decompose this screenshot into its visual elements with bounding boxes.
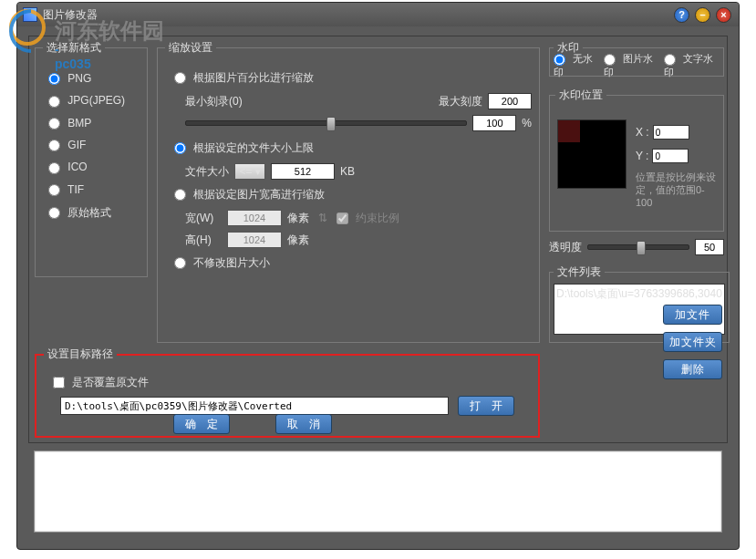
ok-button[interactable]: 确 定 [173,414,230,434]
format-opt-jpg(jpeg)[interactable]: JPG(JPEG) [48,94,134,107]
filelist-item[interactable]: D:\tools\桌面\u=3763399686,3040 [556,287,722,300]
delete-button[interactable]: 删除 [663,359,722,379]
wmpos-preview[interactable] [557,119,627,189]
format-opt-gif[interactable]: GIF [48,139,134,151]
width-unit: 像素 [287,211,309,226]
overwrite-checkbox[interactable]: 是否覆盖原文件 [53,376,149,388]
filesize-unit: KB [340,165,355,178]
format-legend: 选择新格式 [43,40,105,56]
filesize-input[interactable] [271,163,335,180]
width-input[interactable] [227,210,282,226]
filelist-legend: 文件列表 [554,264,605,280]
open-button[interactable]: 打 开 [458,396,514,416]
watermark-position-fieldset: 水印位置 X : Y : 位置是按比例来设定，值的范围0-100 [549,88,724,232]
target-path-fieldset: 设置目标路径 是否覆盖原文件 打 开 确 定 取 消 [35,347,540,438]
scale-opt-percent[interactable]: 根据图片百分比进行缩放 [174,71,314,84]
max-scale-input[interactable] [488,93,532,109]
height-label: 高(H) [185,233,222,248]
min-scale-label: 最小刻录(0) [185,94,243,109]
width-label: 宽(W) [185,211,222,226]
scale-opt-wh[interactable]: 根据设定图片宽高进行缩放 [174,188,325,201]
percent-slider[interactable] [185,120,467,126]
minimize-button[interactable]: – [695,7,710,23]
max-scale-label: 最大刻度 [439,94,482,109]
target-legend: 设置目标路径 [44,347,117,362]
wmpos-x-input[interactable] [653,125,689,140]
constrain-checkbox[interactable]: 约束比例 [337,211,399,226]
format-opt-ico[interactable]: ICO [48,160,134,173]
cancel-button[interactable]: 取 消 [275,414,332,434]
height-input[interactable] [227,232,282,248]
wm-opt-2[interactable]: 文字水印 [664,52,720,79]
percent-value-input[interactable] [472,115,516,131]
percent-suffix: % [522,117,532,129]
scale-opt-filesize[interactable]: 根据设定的文件大小上限 [174,141,314,154]
format-opt-bmp[interactable]: BMP [48,117,134,129]
add-file-button[interactable]: 加文件 [663,305,722,325]
operator-select[interactable]: <= ▾ [234,163,265,180]
wmpos-y-input[interactable] [652,149,689,163]
scale-legend: 缩放设置 [165,40,216,56]
app-icon [23,7,37,22]
titlebar[interactable]: 图片修改器 ? – × [17,3,739,26]
opacity-input[interactable] [695,239,724,255]
add-folder-button[interactable]: 加文件夹 [663,332,722,352]
format-opt-tif[interactable]: TIF [48,183,134,196]
window-title: 图片修改器 [43,7,674,23]
help-button[interactable]: ? [674,7,689,23]
app-window: 图片修改器 ? – × 选择新格式 PNG JPG(JPEG) BMP GIF … [16,2,740,550]
wmpos-legend: 水印位置 [555,88,606,103]
scale-opt-none[interactable]: 不修改图片大小 [174,256,270,269]
target-path-input[interactable] [60,397,449,415]
height-unit: 像素 [287,233,309,248]
close-button[interactable]: × [716,7,731,23]
watermark-fieldset: 水印 无水印 图片水印 文字水印 [549,40,724,77]
scale-fieldset: 缩放设置 根据图片百分比进行缩放 最小刻录(0) 最大刻度 % 根据设定的文件大… [157,40,540,343]
format-opt-原始格式[interactable]: 原始格式 [48,205,134,221]
wmpos-hint: 位置是按比例来设定，值的范围0-100 [636,171,720,209]
opacity-label: 透明度 [549,240,582,255]
format-opt-png[interactable]: PNG [48,72,134,85]
filesize-label: 文件大小 [185,164,229,180]
wmpos-x-label: X : [636,126,649,139]
format-fieldset: 选择新格式 PNG JPG(JPEG) BMP GIF ICO TIF 原始格式 [35,40,148,277]
opacity-slider[interactable] [587,244,689,250]
preview-area [34,450,722,533]
wm-opt-0[interactable]: 无水印 [554,52,600,79]
wmpos-y-label: Y : [636,150,648,162]
wm-opt-1[interactable]: 图片水印 [604,52,659,79]
link-icon: ⇅ [315,212,331,224]
